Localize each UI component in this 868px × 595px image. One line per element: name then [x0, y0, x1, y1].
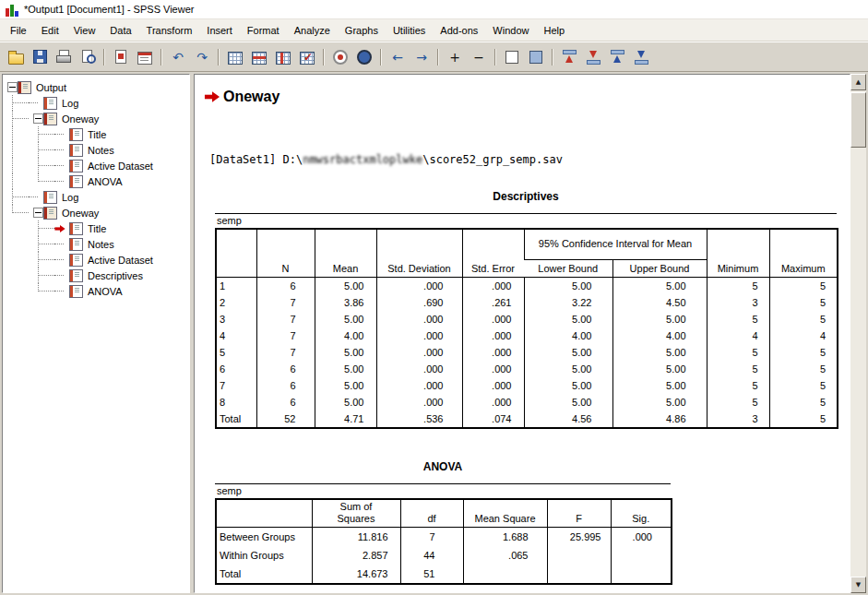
- column-header-blank: [216, 229, 256, 278]
- export-output-button[interactable]: [110, 46, 132, 68]
- open-output-button[interactable]: [5, 46, 27, 68]
- log-icon: [43, 97, 57, 110]
- tree-guide: [29, 173, 54, 189]
- log-icon: [43, 191, 57, 204]
- cell-value: 5.00: [315, 344, 376, 361]
- hide-results-button[interactable]: [525, 46, 547, 68]
- outline-item-label: Oneway: [60, 113, 101, 125]
- expand-collapse-box[interactable]: [3, 79, 18, 95]
- table-row: 665.00.000.0005.005.0055: [216, 361, 838, 377]
- book-icon: [43, 113, 57, 125]
- column-header-sig: Sig.: [611, 499, 672, 528]
- undo-button[interactable]: ↶: [167, 46, 189, 68]
- scroll-down-button[interactable]: ▼: [850, 577, 866, 593]
- column-header-df: df: [400, 499, 463, 528]
- menu-utilities[interactable]: Utilities: [386, 22, 433, 39]
- cell-value: .000: [376, 311, 462, 327]
- row-label: 6: [216, 361, 256, 377]
- vertical-scrollbar[interactable]: ▲ ▼: [850, 74, 866, 593]
- outline-item-descriptives[interactable]: Descriptives: [3, 268, 189, 283]
- expand-outline-button[interactable]: +: [444, 46, 466, 68]
- descriptives-table-block[interactable]: Descriptives semp N Mean Std. Deviation: [215, 190, 837, 429]
- minus-box-icon[interactable]: [7, 82, 18, 92]
- outline-item-log[interactable]: Log: [3, 95, 189, 111]
- grid-check-icon: [300, 52, 315, 65]
- outline-item-label: Title: [86, 129, 108, 140]
- outline-item-anova[interactable]: ANOVA: [3, 283, 189, 299]
- row-label: 4: [216, 327, 256, 344]
- menu-view[interactable]: View: [66, 22, 103, 39]
- menu-help[interactable]: Help: [536, 22, 572, 39]
- redo-button[interactable]: ↷: [191, 46, 213, 68]
- menu-transform[interactable]: Transform: [139, 22, 200, 39]
- cell-value: 4.50: [612, 294, 707, 311]
- outline-item-active-dataset[interactable]: Active Dataset: [3, 158, 189, 173]
- menu-edit[interactable]: Edit: [34, 22, 66, 39]
- app-icon: [6, 3, 19, 17]
- outline-item-oneway[interactable]: Oneway: [3, 205, 189, 220]
- minus-box-icon[interactable]: [33, 113, 43, 124]
- menu-insert[interactable]: Insert: [199, 22, 240, 39]
- toolbar-separator: [494, 49, 496, 65]
- menu-format[interactable]: Format: [240, 22, 287, 39]
- collapse-outline-button[interactable]: −: [468, 46, 490, 68]
- column-header-maximum: Maximum: [769, 229, 838, 278]
- print-button[interactable]: [53, 46, 75, 68]
- folder-icon: [8, 54, 24, 65]
- select-last-output-button[interactable]: [329, 46, 351, 68]
- outline-item-log[interactable]: Log: [3, 189, 189, 205]
- variables-button[interactable]: [272, 46, 294, 68]
- menu-add-ons[interactable]: Add-ons: [433, 22, 485, 39]
- show-results-button[interactable]: [501, 46, 523, 68]
- outline-item-title[interactable]: Title: [3, 126, 189, 142]
- minus-box-icon[interactable]: [33, 208, 43, 218]
- outline-item-notes[interactable]: Notes: [3, 236, 189, 252]
- cell-value: 6: [256, 361, 315, 377]
- cell-value: .000: [376, 377, 462, 394]
- expand-collapse-box[interactable]: [29, 205, 43, 220]
- menu-graphs[interactable]: Graphs: [338, 22, 386, 39]
- expand-collapse-box[interactable]: [29, 111, 43, 126]
- promote-outline-button[interactable]: ←: [386, 46, 409, 68]
- outline-item-active-dataset[interactable]: Active Dataset: [3, 252, 189, 268]
- insert-text-button[interactable]: [606, 46, 628, 68]
- outline-item-label: Active Dataset: [86, 255, 155, 266]
- menu-analyze[interactable]: Analyze: [287, 22, 338, 39]
- table-row: Total524.71.536.0744.564.8635: [216, 411, 838, 428]
- print-preview-button[interactable]: [77, 46, 99, 68]
- anova-table-block[interactable]: ANOVA semp Sum of Squares df Mean Square: [215, 460, 671, 585]
- row-label: Total: [216, 411, 256, 428]
- tree-connector: [54, 252, 69, 268]
- use-variable-sets-button[interactable]: [296, 46, 318, 68]
- tree-guide: [29, 268, 54, 283]
- menu-window[interactable]: Window: [485, 22, 536, 39]
- tree-guide: [29, 126, 54, 142]
- table-icon: [69, 269, 83, 282]
- outline-item-label: Active Dataset: [86, 161, 155, 172]
- cell-value: 5: [769, 294, 838, 311]
- dataset-path-line: [DataSet1] D:\nmwsrbactxmloplwke\score52…: [209, 153, 850, 166]
- outline-item-oneway[interactable]: Oneway: [3, 111, 189, 126]
- outline-item-title[interactable]: Title: [3, 220, 189, 236]
- cell-value: 5: [707, 394, 769, 411]
- outline-item-anova[interactable]: ANOVA: [3, 173, 189, 189]
- save-output-button[interactable]: [29, 46, 51, 68]
- book-icon: [18, 81, 31, 94]
- scroll-up-button[interactable]: ▲: [850, 74, 866, 90]
- goto-case-button[interactable]: [248, 46, 270, 68]
- demote-outline-button[interactable]: →: [410, 46, 433, 68]
- outline-item-notes[interactable]: Notes: [3, 142, 189, 158]
- designate-window-button[interactable]: [353, 46, 375, 68]
- circle-target-icon: [333, 50, 348, 65]
- insert-heading-button[interactable]: [558, 46, 580, 68]
- insert-title-button[interactable]: [582, 46, 604, 68]
- insert-page-break-button[interactable]: [630, 46, 652, 68]
- recall-dialogs-button[interactable]: [134, 46, 156, 68]
- menu-file[interactable]: File: [3, 22, 34, 39]
- goto-data-button[interactable]: [224, 46, 246, 68]
- menu-data[interactable]: Data: [102, 22, 138, 39]
- scrollbar-thumb[interactable]: [850, 92, 866, 148]
- outline-item-output[interactable]: Output: [3, 79, 189, 95]
- dataset-path-prefix: [DataSet1] D:\: [209, 153, 303, 166]
- scrollbar-track[interactable]: [850, 90, 866, 577]
